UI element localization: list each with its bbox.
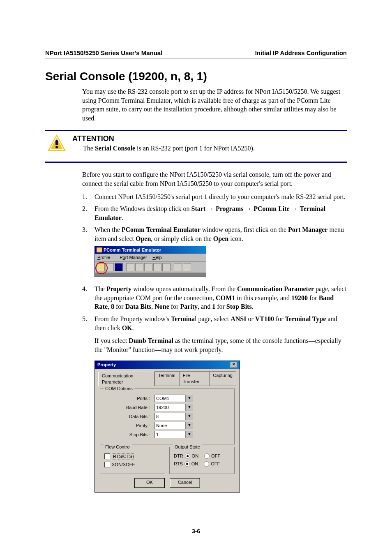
tab-terminal[interactable]: Terminal [154,371,179,386]
stopbits-label: Stop Bits : [129,432,150,438]
toolbar-button[interactable] [135,263,143,271]
off-label: OFF [211,461,220,467]
close-icon[interactable]: ✕ [231,362,237,368]
page-number: 3-6 [0,528,392,534]
steps-list: 1. Connect NPort IA5150/5250's serial po… [82,192,347,497]
toolbar-button[interactable] [115,263,123,271]
tab-communication-parameter[interactable]: Communication Parameter [98,372,154,386]
section-title: Serial Console (19200, n, 8, 1) [45,70,347,83]
open-icon[interactable] [97,263,105,271]
property-titlebar: Property ✕ [95,361,240,369]
pcomm-title-text: PComm Terminal Emulator [104,247,161,253]
stopbits-value: 1 [154,431,186,438]
ports-value: COM1 [154,395,186,402]
header-right: Initial IP Address Configuration [255,49,347,56]
com-options-label: COM Options [104,386,134,392]
pcomm-screenshot: PComm Terminal Emulator Profile Port Man… [95,246,206,278]
stopbits-select[interactable]: 1 ▼ [154,431,193,438]
parity-value: None [154,422,186,429]
radio-on-icon[interactable] [184,461,190,467]
off-label: OFF [211,453,220,459]
toolbar-button[interactable] [183,263,191,271]
pcomm-toolbar [95,262,206,273]
intro-paragraph: You may use the RS-232 console port to s… [82,87,347,123]
dtr-label: DTR [174,453,183,459]
toolbar-button[interactable] [174,263,182,271]
xonxoff-checkbox-row[interactable]: XON/XOFF [104,462,161,468]
radio-on-icon[interactable] [185,453,190,459]
dtr-row: DTR ON OFF [174,453,230,459]
property-title-text: Property [97,362,116,368]
header-rule [45,58,347,58]
page-header: NPort IA5150/5250 Series User's Manual I… [45,49,347,56]
ok-button[interactable]: OK [134,478,165,488]
toolbar-button[interactable] [162,263,171,271]
toolbar-button[interactable] [153,263,161,271]
svg-point-4 [55,146,58,148]
radio-off-icon[interactable] [204,453,210,459]
step-number: 1. [82,192,89,201]
on-label: ON [191,461,198,467]
rtscts-checkbox-row[interactable]: RTS/CTS [104,453,161,460]
parity-select[interactable]: None ▼ [154,422,193,429]
property-tabs: Communication Parameter Terminal File Tr… [98,371,236,386]
chevron-down-icon[interactable]: ▼ [186,404,193,411]
ports-label: Ports : [137,395,150,402]
header-left: NPort IA5150/5250 Series User's Manual [45,49,162,56]
step-3-text: When the PComm Terminal Emulator window … [95,225,347,281]
attention-pre: The [83,145,95,152]
tab-capturing[interactable]: Capturing [209,371,236,386]
baud-label: Baud Rate : [126,405,150,411]
step-number: 2. [82,204,89,222]
databits-select[interactable]: 8 ▼ [154,413,193,420]
pcomm-client-area [95,273,206,277]
output-state-group: Output State DTR ON OFF [169,447,235,474]
ports-select[interactable]: COM1 ▼ [154,395,193,402]
attention-bold: Serial Console [95,145,135,152]
attention-text: The Serial Console is an RS-232 port (po… [83,145,344,152]
toolbar-button[interactable] [106,263,114,271]
pcomm-app-icon [97,247,102,252]
pcomm-titlebar: PComm Terminal Emulator [95,246,206,254]
rts-row: RTS ON OFF [174,461,230,467]
xonxoff-label: XON/XOFF [112,462,135,468]
checkbox-icon[interactable] [104,453,110,459]
toolbar-button[interactable] [144,263,152,271]
step-number: 5. [82,314,89,497]
databits-label: Data Bits : [129,414,150,420]
tab-file-transfer[interactable]: File Transfer [179,371,210,386]
step-number: 3. [82,225,89,281]
checkbox-icon[interactable] [104,462,110,467]
property-dialog-screenshot: Property ✕ Communication Parameter Termi… [95,361,240,492]
flow-control-group: Flow Control RTS/CTS XON/XOFF [100,447,165,474]
pcomm-menubar: Profile Port Manager Help [95,254,206,262]
step-5-text: From the Property window's Terminal page… [95,314,347,497]
step-2-text: From the Windows desktop click on Start … [95,204,347,222]
menu-help[interactable]: Help [152,255,162,260]
svg-rect-3 [55,140,58,145]
toolbar-button[interactable] [126,263,134,271]
chevron-down-icon[interactable]: ▼ [186,422,193,429]
radio-off-icon[interactable] [204,461,209,467]
baud-select[interactable]: 19200 ▼ [154,404,193,411]
chevron-down-icon[interactable]: ▼ [186,431,193,438]
parity-label: Parity : [136,423,150,429]
chevron-down-icon[interactable]: ▼ [186,413,193,420]
attention-box: ATTENTION The Serial Console is an RS-23… [45,130,347,163]
output-state-label: Output State [173,444,202,450]
step-4-text: The Property window opens automatically.… [95,284,347,311]
warning-icon [47,134,67,152]
step-1-text: Connect NPort IA5150/5250's serial port … [95,192,347,201]
cancel-button[interactable]: Cancel [170,478,200,488]
com-options-group: COM Options Ports : COM1 ▼ [100,388,235,444]
menu-profile[interactable]: Profile [97,255,114,260]
flow-control-label: Flow Control [104,444,132,450]
databits-value: 8 [154,413,186,420]
menu-port-manager[interactable]: Port Manager [120,255,147,260]
attention-title: ATTENTION [72,134,344,143]
chevron-down-icon[interactable]: ▼ [186,395,193,402]
attention-post: is an RS-232 port (port 1 for NPort IA52… [135,145,255,152]
on-label: ON [192,453,199,459]
step-number: 4. [82,284,89,311]
step-5-sub: If you select Dumb Terminal as the termi… [95,336,347,354]
